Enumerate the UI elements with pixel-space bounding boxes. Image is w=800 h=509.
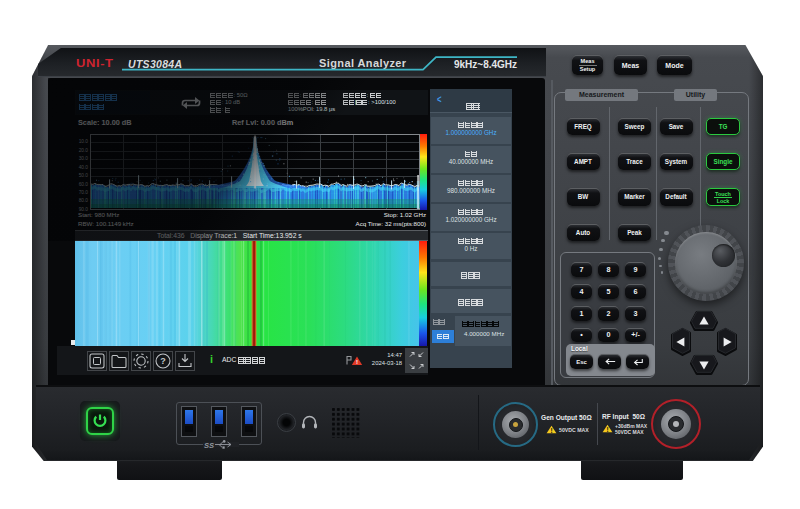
svg-text:SS: SS — [204, 441, 214, 450]
svg-text:!: ! — [606, 426, 608, 433]
svg-text:!: ! — [356, 359, 358, 365]
svg-text:!: ! — [550, 427, 552, 434]
svg-text:?: ? — [160, 356, 166, 366]
